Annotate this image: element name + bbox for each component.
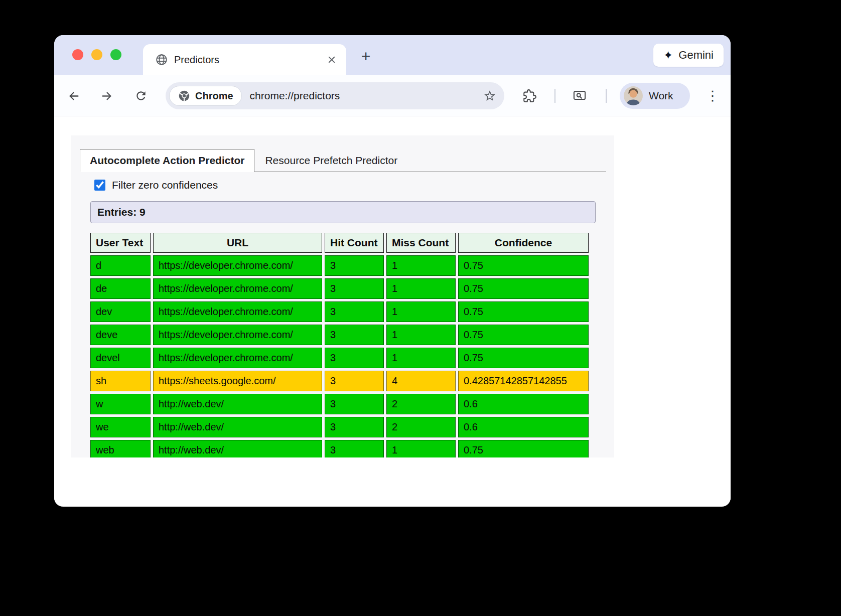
profile-avatar	[624, 86, 643, 105]
table-row: devehttps://developer.chrome.com/310.75	[90, 325, 589, 345]
predictors-table: User Text URL Hit Count Miss Count Confi…	[88, 230, 591, 457]
table-row: webhttp://web.dev/310.75	[90, 440, 589, 457]
cell-confidence: 0.75	[458, 255, 589, 276]
table-row: devhttps://developer.chrome.com/310.75	[90, 301, 589, 322]
cell-confidence: 0.75	[458, 325, 589, 345]
cell-hit-count: 3	[325, 278, 384, 299]
tab-close-button[interactable]	[324, 52, 339, 67]
cell-miss-count: 2	[386, 417, 456, 437]
address-bar[interactable]: Chrome chrome://predictors	[166, 82, 504, 109]
cell-user-text: dev	[90, 301, 151, 322]
col-header-miss-count: Miss Count	[386, 233, 456, 253]
tab-title: Predictors	[174, 54, 219, 66]
cell-hit-count: 3	[325, 301, 384, 322]
back-button[interactable]	[64, 86, 84, 106]
cell-user-text: de	[90, 278, 151, 299]
tab-resource-prefetch-predictor[interactable]: Resource Prefetch Predictor	[254, 149, 408, 172]
forward-arrow-icon	[100, 89, 113, 103]
cell-confidence: 0.42857142857142855	[458, 371, 589, 391]
forward-button[interactable]	[96, 86, 116, 106]
table-row: dhttps://developer.chrome.com/310.75	[90, 255, 589, 276]
cell-hit-count: 3	[325, 255, 384, 276]
cell-user-text: deve	[90, 325, 151, 345]
cell-user-text: w	[90, 394, 151, 414]
cell-hit-count: 3	[325, 348, 384, 368]
cell-miss-count: 1	[386, 255, 456, 276]
cell-hit-count: 3	[325, 440, 384, 457]
cell-hit-count: 3	[325, 371, 384, 391]
table-row: whttp://web.dev/320.6	[90, 394, 589, 414]
reload-button[interactable]	[131, 86, 151, 106]
filter-row: Filter zero confidences	[94, 179, 606, 191]
cell-url: https://sheets.google.com/	[153, 371, 322, 391]
browser-window: Predictors + ✦ Gemini	[54, 35, 731, 507]
gemini-sparkle-icon: ✦	[663, 49, 673, 62]
back-arrow-icon	[67, 89, 81, 103]
url-text: chrome://predictors	[250, 90, 475, 102]
profile-button[interactable]: Work	[620, 83, 690, 109]
minimize-window-button[interactable]	[91, 49, 102, 60]
chrome-logo-icon	[178, 89, 191, 102]
chrome-chip-label: Chrome	[195, 90, 233, 102]
tab-strip: Predictors + ✦ Gemini	[54, 35, 731, 75]
toolbar: Chrome chrome://predictors	[54, 75, 731, 116]
toolbar-separator	[554, 89, 555, 103]
cell-miss-count: 4	[386, 371, 456, 391]
table-row: develhttps://developer.chrome.com/310.75	[90, 348, 589, 368]
cell-url: https://developer.chrome.com/	[153, 278, 322, 299]
reload-icon	[134, 89, 148, 102]
cell-url: https://developer.chrome.com/	[153, 301, 322, 322]
bookmark-star-icon[interactable]	[483, 89, 496, 102]
close-icon	[327, 55, 336, 64]
col-header-user-text: User Text	[90, 233, 151, 253]
toolbar-separator	[606, 89, 607, 103]
browser-tab[interactable]: Predictors	[143, 44, 346, 75]
cell-url: https://developer.chrome.com/	[153, 325, 322, 345]
table-row: wehttp://web.dev/320.6	[90, 417, 589, 437]
cell-confidence: 0.75	[458, 278, 589, 299]
close-window-button[interactable]	[72, 49, 83, 60]
col-header-confidence: Confidence	[458, 233, 589, 253]
cell-hit-count: 3	[325, 417, 384, 437]
cell-url: http://web.dev/	[153, 394, 322, 414]
profile-label: Work	[649, 90, 673, 102]
cell-miss-count: 1	[386, 348, 456, 368]
page-tabs: Autocomplete Action Predictor Resource P…	[80, 149, 606, 172]
cell-url: http://web.dev/	[153, 417, 322, 437]
entries-banner: Entries: 9	[90, 201, 596, 223]
col-header-hit-count: Hit Count	[325, 233, 384, 253]
cell-user-text: we	[90, 417, 151, 437]
cell-confidence: 0.75	[458, 348, 589, 368]
cell-user-text: web	[90, 440, 151, 457]
col-header-url: URL	[153, 233, 322, 253]
gemini-button[interactable]: ✦ Gemini	[653, 44, 724, 67]
page: Autocomplete Action Predictor Resource P…	[54, 116, 731, 506]
cell-url: https://developer.chrome.com/	[153, 348, 322, 368]
new-tab-button[interactable]: +	[356, 46, 376, 66]
chrome-site-chip[interactable]: Chrome	[169, 86, 242, 106]
menu-button[interactable]: ⋮	[703, 86, 723, 106]
cell-confidence: 0.75	[458, 301, 589, 322]
globe-favicon-icon	[155, 53, 168, 66]
cell-url: http://web.dev/	[153, 440, 322, 457]
cell-user-text: sh	[90, 371, 151, 391]
table-row: dehttps://developer.chrome.com/310.75	[90, 278, 589, 299]
filter-zero-confidences-checkbox[interactable]	[94, 180, 105, 191]
cell-user-text: d	[90, 255, 151, 276]
table-row: shhttps://sheets.google.com/340.42857142…	[90, 371, 589, 391]
zoom-window-button[interactable]	[110, 49, 121, 60]
traffic-lights	[72, 49, 121, 60]
cell-miss-count: 2	[386, 394, 456, 414]
cell-user-text: devel	[90, 348, 151, 368]
predictors-content: Autocomplete Action Predictor Resource P…	[71, 135, 614, 457]
cell-confidence: 0.6	[458, 417, 589, 437]
table-header-row: User Text URL Hit Count Miss Count Confi…	[90, 233, 589, 253]
tab-autocomplete-action-predictor[interactable]: Autocomplete Action Predictor	[80, 149, 254, 172]
cell-miss-count: 1	[386, 278, 456, 299]
cell-miss-count: 1	[386, 301, 456, 322]
cell-miss-count: 1	[386, 440, 456, 457]
extensions-icon[interactable]	[519, 86, 539, 106]
cell-miss-count: 1	[386, 325, 456, 345]
screen-search-icon[interactable]	[570, 86, 590, 106]
cell-confidence: 0.75	[458, 440, 589, 457]
